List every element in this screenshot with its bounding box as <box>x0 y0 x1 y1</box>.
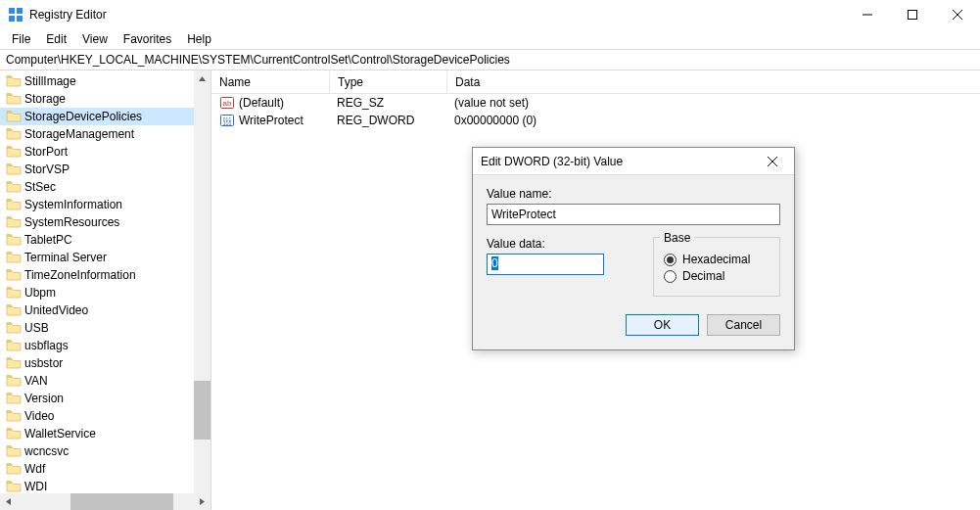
dialog-titlebar[interactable]: Edit DWORD (32-bit) Value <box>473 148 794 175</box>
menu-help[interactable]: Help <box>179 30 219 48</box>
window-titlebar: Registry Editor <box>0 0 980 29</box>
tree-item[interactable]: Terminal Server <box>0 249 210 266</box>
scroll-right-button[interactable] <box>194 493 210 510</box>
dialog-title: Edit DWORD (32-bit) Value <box>481 155 759 168</box>
radio-hex-icon <box>664 254 677 266</box>
tree-hscroll-thumb[interactable] <box>70 493 173 510</box>
tree-item-label: Version <box>24 392 64 405</box>
folder-icon <box>6 145 22 159</box>
dialog-close-button[interactable] <box>759 148 786 175</box>
tree-item[interactable]: UnitedVideo <box>0 301 210 319</box>
base-fieldset: Base Hexadecimal Decimal <box>653 237 780 297</box>
tree-item[interactable]: Version <box>0 390 210 407</box>
value-row[interactable]: 011110WriteProtectREG_DWORD0x00000000 (0… <box>211 112 980 129</box>
svg-marker-10 <box>6 498 11 505</box>
value-data-input[interactable]: 0 <box>487 254 604 275</box>
radio-hex-label: Hexadecimal <box>682 253 750 266</box>
scroll-up-button[interactable] <box>194 70 210 87</box>
tree-item-label: StorageManagement <box>24 127 134 141</box>
radio-hexadecimal[interactable]: Hexadecimal <box>664 253 770 266</box>
folder-icon <box>6 339 22 352</box>
binary-value-icon: 011110 <box>219 113 235 128</box>
svg-text:110: 110 <box>223 120 232 126</box>
tree-vertical-scrollbar[interactable] <box>194 70 210 510</box>
radio-dec-icon <box>664 270 677 283</box>
tree-scroll-thumb[interactable] <box>194 381 210 440</box>
tree-item[interactable]: usbstor <box>0 354 210 372</box>
tree-item-label: wcncsvc <box>24 444 69 458</box>
radio-decimal[interactable]: Decimal <box>664 269 770 283</box>
tree-item[interactable]: StorVSP <box>0 161 210 178</box>
tree-horizontal-scrollbar[interactable] <box>0 493 210 510</box>
ok-button[interactable]: OK <box>626 314 699 336</box>
tree-item[interactable]: USB <box>0 319 210 337</box>
svg-rect-5 <box>909 11 917 20</box>
tree-item[interactable]: usbflags <box>0 337 210 354</box>
tree-item[interactable]: StorageManagement <box>0 125 210 143</box>
folder-icon <box>6 321 22 335</box>
folder-icon <box>6 356 22 370</box>
tree-item[interactable]: WalletService <box>0 425 210 442</box>
folder-icon <box>6 251 22 264</box>
tree-item-label: StillImage <box>24 74 76 88</box>
tree-scroll-track[interactable] <box>194 87 210 493</box>
value-name-input[interactable] <box>487 204 780 225</box>
folder-icon <box>6 92 22 106</box>
menu-file[interactable]: File <box>4 30 38 48</box>
menu-favorites[interactable]: Favorites <box>116 30 179 48</box>
values-header: Name Type Data <box>211 70 980 94</box>
svg-rect-2 <box>9 16 15 22</box>
tree-item[interactable]: wcncsvc <box>0 442 210 460</box>
address-bar[interactable]: Computer\HKEY_LOCAL_MACHINE\SYSTEM\Curre… <box>0 49 980 70</box>
string-value-icon: ab <box>219 95 235 111</box>
tree-item[interactable]: StorageDevicePolicies <box>0 108 210 125</box>
values-list[interactable]: ab(Default)REG_SZ(value not set)011110Wr… <box>211 94 980 129</box>
folder-icon <box>6 74 22 88</box>
menu-view[interactable]: View <box>74 30 116 48</box>
tree-item[interactable]: StSec <box>0 178 210 196</box>
cancel-button[interactable]: Cancel <box>707 314 780 336</box>
tree-pane: StillImageStorageStorageDevicePoliciesSt… <box>0 70 211 510</box>
close-button[interactable] <box>935 0 980 29</box>
tree-item[interactable]: TabletPC <box>0 231 210 249</box>
menu-edit[interactable]: Edit <box>38 30 74 48</box>
column-data[interactable]: Data <box>446 71 980 93</box>
tree-item-label: UnitedVideo <box>24 303 88 317</box>
folder-icon <box>6 198 22 211</box>
minimize-button[interactable] <box>845 0 890 29</box>
tree-item-label: StorPort <box>24 145 68 159</box>
maximize-button[interactable] <box>890 0 935 29</box>
folder-icon <box>6 480 22 493</box>
tree-item[interactable]: SystemResources <box>0 213 210 231</box>
registry-tree[interactable]: StillImageStorageStorageDevicePoliciesSt… <box>0 70 210 495</box>
value-data: (value not set) <box>446 95 980 111</box>
column-type[interactable]: Type <box>329 71 446 93</box>
tree-item[interactable]: Ubpm <box>0 284 210 301</box>
folder-icon <box>6 162 22 176</box>
tree-item[interactable]: Storage <box>0 90 210 108</box>
folder-icon <box>6 374 22 388</box>
tree-item-label: TabletPC <box>24 233 72 247</box>
svg-rect-0 <box>9 8 15 14</box>
tree-item[interactable]: Wdf <box>0 460 210 478</box>
tree-item[interactable]: TimeZoneInformation <box>0 266 210 284</box>
tree-item-label: TimeZoneInformation <box>24 268 136 282</box>
folder-icon <box>6 286 22 300</box>
tree-item-label: VAN <box>24 374 48 388</box>
value-row[interactable]: ab(Default)REG_SZ(value not set) <box>211 94 980 112</box>
scroll-left-button[interactable] <box>0 493 17 510</box>
tree-item-label: StorVSP <box>24 162 70 176</box>
tree-hscroll-track[interactable] <box>17 493 194 510</box>
column-name[interactable]: Name <box>211 71 329 93</box>
tree-item[interactable]: Video <box>0 407 210 425</box>
tree-item-label: usbflags <box>24 339 69 352</box>
tree-item[interactable]: SystemInformation <box>0 196 210 213</box>
tree-item-label: Ubpm <box>24 286 56 300</box>
tree-item[interactable]: StillImage <box>0 72 210 90</box>
tree-item[interactable]: VAN <box>0 372 210 390</box>
tree-item[interactable]: StorPort <box>0 143 210 161</box>
value-name-label: Value name: <box>487 187 780 201</box>
window-controls <box>845 0 980 29</box>
folder-icon <box>6 180 22 194</box>
value-type: REG_DWORD <box>329 113 446 128</box>
